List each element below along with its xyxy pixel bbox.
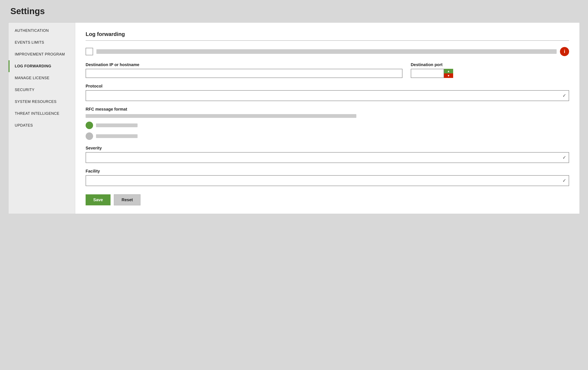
info-icon[interactable]: i [560,47,569,56]
radio-label-bar-2 [96,134,137,138]
sidebar-item-threat-intelligence[interactable]: THREAT INTELLIGENCE [9,108,75,119]
sidebar-item-events-limits[interactable]: EVENTS LIMITS [9,37,75,48]
sidebar-item-label: SECURITY [15,88,34,92]
sidebar-item-log-forwarding[interactable]: LOG FORWARDING [9,60,75,72]
save-button[interactable]: Save [86,194,111,205]
radio-option-2[interactable] [86,132,569,140]
enable-row: i [86,47,569,56]
protocol-label: Protocol [86,84,102,88]
port-down-button[interactable]: ▼ [444,73,453,78]
radio-circle-1 [86,122,93,129]
destination-ip-input[interactable] [86,69,402,78]
enable-label-bar [96,49,557,54]
port-up-button[interactable]: ▲ [444,69,453,73]
facility-dropdown-wrapper: ✓ [86,175,569,186]
destination-row: Destination IP or hostname Destination p… [86,62,569,78]
sidebar-item-manage-license[interactable]: MANAGE LICENSE [9,72,75,84]
action-row: Save Reset [86,194,569,205]
destination-port-group: Destination port ▲ ▼ [411,62,569,78]
facility-select[interactable] [86,175,569,186]
page-title: Settings [10,6,580,16]
sidebar-item-system-resources[interactable]: SYSTEM RESOURCES [9,96,75,108]
severity-section: Severity ✓ [86,146,569,163]
sidebar-item-label: IMPROVEMENT PROGRAM [15,52,65,57]
rfc-message-format-label: RFC message format [86,107,127,111]
sidebar-item-improvement-program[interactable]: IMPROVEMENT PROGRAM [9,48,75,60]
port-buttons: ▲ ▼ [444,69,453,78]
sidebar-item-authentication[interactable]: AUTHENTICATION [9,25,75,37]
destination-ip-group: Destination IP or hostname [86,62,402,78]
protocol-dropdown-wrapper: ✓ [86,90,569,101]
sidebar-item-label: SYSTEM RESOURCES [15,100,56,104]
sidebar-item-label: AUTHENTICATION [15,29,49,33]
severity-select[interactable] [86,152,569,163]
main-container: AUTHENTICATION EVENTS LIMITS IMPROVEMENT… [8,22,580,214]
facility-section: Facility ✓ [86,169,569,186]
content-panel: Log forwarding i Destination IP or hostn… [75,23,579,214]
section-title: Log forwarding [86,31,569,41]
protocol-section: Protocol ✓ [86,84,569,101]
destination-ip-label: Destination IP or hostname [86,62,402,67]
sidebar-item-security[interactable]: SECURITY [9,84,75,96]
sidebar-item-updates[interactable]: UPDATES [9,119,75,131]
destination-port-input[interactable] [411,69,444,78]
facility-label: Facility [86,169,100,173]
sidebar-item-label: LOG FORWARDING [15,64,51,68]
sidebar-item-label: UPDATES [15,123,33,128]
rfc-description-bar [86,114,356,118]
reset-button[interactable]: Reset [114,194,140,205]
rfc-section: RFC message format [86,107,569,140]
sidebar: AUTHENTICATION EVENTS LIMITS IMPROVEMENT… [9,23,75,214]
severity-dropdown-wrapper: ✓ [86,152,569,163]
port-input-row: ▲ ▼ [411,69,569,78]
radio-circle-2 [86,132,93,140]
radio-label-bar-1 [96,124,137,127]
sidebar-item-label: THREAT INTELLIGENCE [15,111,59,116]
info-icon-symbol: i [564,49,565,54]
radio-option-1[interactable] [86,122,569,129]
destination-port-label: Destination port [411,62,569,67]
protocol-select[interactable] [86,90,569,101]
enable-checkbox[interactable] [86,48,93,55]
sidebar-item-label: EVENTS LIMITS [15,40,44,45]
sidebar-item-label: MANAGE LICENSE [15,76,50,80]
severity-label: Severity [86,146,102,150]
